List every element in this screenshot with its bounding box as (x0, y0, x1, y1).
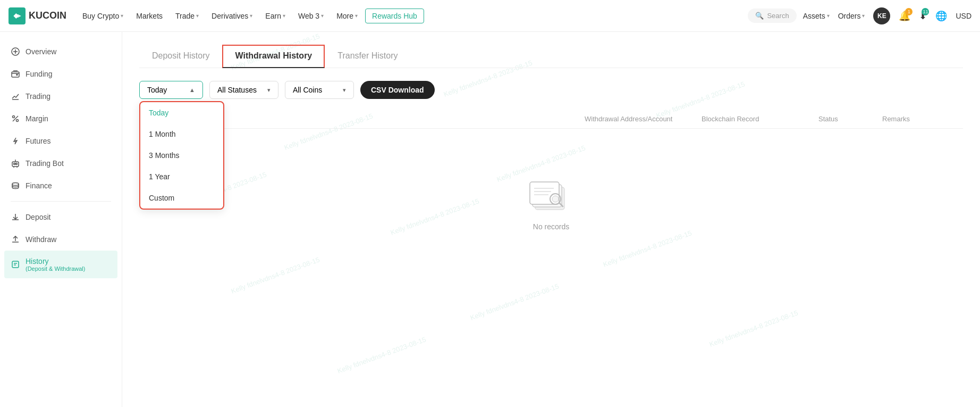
chevron-down-icon: ▾ (250, 13, 252, 19)
tab-transfer-history[interactable]: Transfer History (325, 45, 410, 68)
currency-selector[interactable]: USD (956, 12, 971, 20)
wallet-icon (11, 69, 20, 79)
flash-icon (11, 136, 20, 146)
orders-menu[interactable]: Orders ▾ (838, 12, 865, 20)
dropdown-option-today[interactable]: Today (140, 102, 223, 123)
svg-rect-1 (12, 72, 19, 77)
sidebar-divider (11, 201, 111, 202)
coins-filter-button[interactable]: All Coins ▾ (285, 81, 354, 99)
sidebar-item-deposit[interactable]: Deposit (0, 206, 122, 228)
chevron-down-icon: ▾ (343, 87, 346, 94)
grid-icon (11, 47, 20, 56)
globe-icon[interactable]: 🌐 (935, 10, 947, 22)
filters-bar: Today ▲ Today 1 Month 3 Months (139, 81, 963, 99)
logo-text: KUCOIN (29, 10, 66, 21)
sidebar-item-margin[interactable]: Margin (0, 107, 122, 130)
notifications-badge[interactable]: 🔔 1 (899, 10, 910, 22)
empty-state-text: No records (533, 222, 569, 231)
col-remarks: Remarks (878, 115, 963, 123)
search-box[interactable]: 🔍 Search (748, 9, 796, 23)
chevron-down-icon: ▾ (283, 13, 285, 19)
dropdown-option-3months[interactable]: 3 Months (140, 145, 223, 166)
download-badge[interactable]: ⬇ 11 (919, 10, 927, 22)
svg-rect-10 (12, 261, 19, 268)
notification-count: 1 (905, 8, 913, 15)
history-icon (11, 260, 20, 269)
chart-icon (11, 92, 20, 101)
sidebar-item-history[interactable]: History (Deposit & Withdrawal) (4, 251, 117, 278)
main-content-inner: Deposit History Withdrawal History Trans… (139, 45, 963, 273)
svg-point-8 (16, 163, 18, 165)
chevron-down-icon: ▾ (862, 13, 865, 19)
sidebar-item-overview[interactable]: Overview (0, 40, 122, 63)
nav-buy-crypto[interactable]: Buy Crypto ▾ (77, 9, 129, 23)
download-icon (11, 212, 20, 222)
bot-icon (11, 159, 20, 168)
tab-withdrawal-history[interactable]: Withdrawal History (222, 45, 325, 68)
coins-icon (11, 181, 20, 190)
nav-rewards-hub[interactable]: Rewards Hub (365, 9, 424, 23)
history-tabs: Deposit History Withdrawal History Trans… (139, 45, 963, 68)
svg-point-4 (16, 120, 19, 122)
search-icon: 🔍 (755, 12, 764, 20)
chevron-down-icon: ▾ (827, 13, 830, 19)
sidebar-item-finance[interactable]: Finance (0, 175, 122, 197)
svg-point-3 (13, 116, 15, 118)
chevron-down-icon: ▾ (355, 13, 358, 19)
svg-line-5 (13, 116, 18, 121)
top-navigation: KUCOIN Buy Crypto ▾ Markets Trade ▾ Deri… (0, 0, 980, 32)
table-header: Time Withdrawal Address/Account Blockcha… (139, 110, 963, 129)
nav-markets[interactable]: Markets (131, 9, 168, 23)
svg-point-7 (14, 163, 15, 165)
percent-icon (11, 114, 20, 123)
dropdown-option-custom[interactable]: Custom (140, 187, 223, 209)
upload-icon (11, 235, 20, 244)
logo[interactable]: KUCOIN (9, 7, 66, 24)
sidebar-item-withdraw[interactable]: Withdraw (0, 228, 122, 251)
dropdown-option-1month[interactable]: 1 Month (140, 123, 223, 145)
col-withdrawal-address: Withdrawal Address/Account (580, 115, 697, 123)
dropdown-option-1year[interactable]: 1 Year (140, 166, 223, 187)
sidebar-item-funding[interactable]: Funding (0, 63, 122, 85)
logo-icon (9, 7, 26, 24)
sidebar-item-trading-bot[interactable]: Trading Bot (0, 152, 122, 175)
empty-state: No records (139, 129, 963, 273)
tab-deposit-history[interactable]: Deposit History (139, 45, 222, 68)
nav-items: Buy Crypto ▾ Markets Trade ▾ Derivatives… (77, 9, 748, 23)
main-content: Kelly fdnelvdns4-8 2023-08-15 Kelly fdne… (122, 32, 980, 407)
sidebar-item-futures[interactable]: Futures (0, 130, 122, 152)
time-filter: Today ▲ Today 1 Month 3 Months (139, 81, 203, 99)
status-filter-button[interactable]: All Statuses ▾ (209, 81, 278, 99)
chevron-down-icon: ▾ (267, 87, 271, 94)
nav-more[interactable]: More ▾ (331, 9, 363, 23)
col-coin (203, 115, 580, 123)
time-dropdown-menu: Today 1 Month 3 Months 1 Year Custom (139, 101, 224, 210)
chevron-down-icon: ▾ (321, 13, 324, 19)
assets-menu[interactable]: Assets ▾ (803, 12, 830, 20)
csv-download-button[interactable]: CSV Download (360, 81, 435, 99)
nav-web3[interactable]: Web 3 ▾ (293, 9, 329, 23)
nav-trade[interactable]: Trade ▾ (170, 9, 204, 23)
avatar[interactable]: KE (873, 7, 890, 24)
chevron-down-icon: ▾ (121, 13, 123, 19)
col-blockchain-record: Blockchain Record (697, 115, 814, 123)
nav-earn[interactable]: Earn ▾ (260, 9, 291, 23)
download-count: 11 (922, 8, 929, 15)
chevron-down-icon: ▲ (189, 87, 195, 93)
nav-derivatives[interactable]: Derivatives ▾ (206, 9, 258, 23)
svg-point-2 (16, 74, 18, 76)
sidebar: Overview Funding Trading (0, 32, 122, 407)
nav-right: Assets ▾ Orders ▾ KE 🔔 1 ⬇ 11 🌐 USD (803, 7, 971, 24)
svg-point-18 (552, 196, 559, 202)
time-filter-button[interactable]: Today ▲ (139, 81, 203, 99)
svg-point-9 (12, 183, 19, 186)
app-layout: Overview Funding Trading (0, 32, 980, 407)
empty-state-icon (525, 171, 578, 214)
sidebar-item-trading[interactable]: Trading (0, 85, 122, 107)
chevron-down-icon: ▾ (196, 13, 199, 19)
col-status: Status (814, 115, 878, 123)
